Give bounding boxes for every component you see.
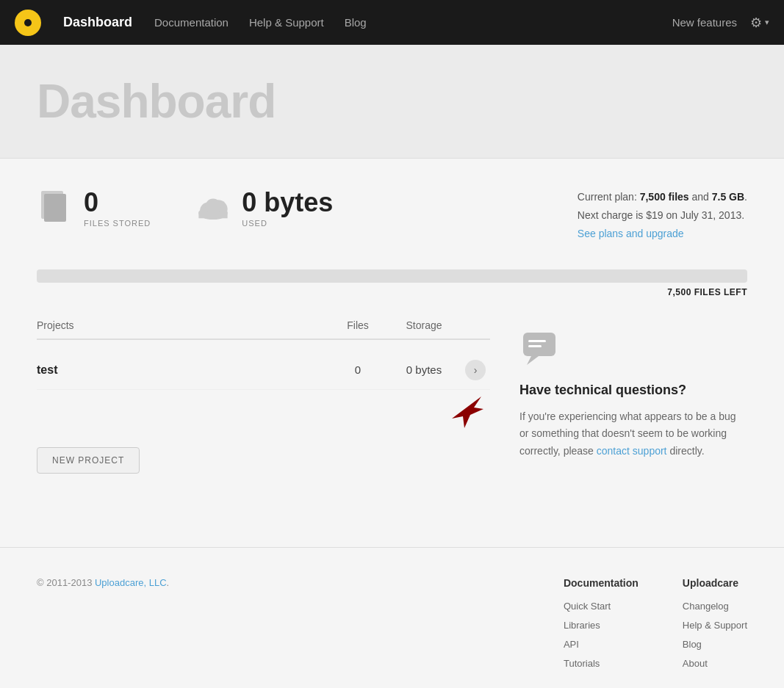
project-storage: 0 bytes (387, 363, 461, 376)
footer-uc-col: Uploadcare Changelog Help & Support Blog… (683, 577, 747, 670)
bytes-used-info: 0 bytes USED (242, 188, 333, 228)
project-arrow: › (461, 360, 490, 380)
contact-support-link[interactable]: contact support (597, 445, 667, 457)
support-text: If you're experiencing what appears to b… (519, 408, 747, 460)
bytes-used-stat: 0 bytes USED (195, 188, 333, 228)
footer-link-about[interactable]: About (683, 658, 708, 669)
footer: © 2011-2013 Uploadcare, LLC. Documentati… (0, 547, 784, 688)
plan-line1: Current plan: 7,500 files and 7.5 GB. (578, 188, 747, 206)
footer-link-blog[interactable]: Blog (683, 639, 702, 650)
support-box: Have technical questions? If you're expe… (519, 319, 747, 468)
files-left-label: FILES LEFT (694, 287, 747, 297)
svg-marker-7 (452, 396, 483, 428)
plan-info: Current plan: 7,500 files and 7.5 GB. Ne… (578, 188, 747, 244)
col-header-action (461, 319, 490, 331)
col-header-storage: Storage (387, 319, 461, 331)
svg-rect-10 (528, 340, 546, 342)
settings-menu[interactable]: ⚙ ▾ (750, 15, 769, 31)
support-chat-icon (519, 327, 564, 371)
files-label: FILES STORED (84, 219, 151, 228)
footer-uc-links: Changelog Help & Support Blog About (683, 599, 747, 670)
gear-caret: ▾ (765, 18, 769, 27)
page-title: Dashboard (37, 74, 755, 128)
navbar: Dashboard Documentation Help & Support B… (0, 0, 784, 45)
footer-doc-links: Quick Start Libraries API Tutorials (564, 599, 639, 670)
new-project-button[interactable]: NEW PROJECT (37, 447, 140, 474)
two-col-layout: Projects Files Storage test 0 0 bytes › … (37, 319, 747, 474)
files-icon (37, 189, 73, 226)
plan-line2: Next charge is $19 on July 31, 2013. (578, 206, 747, 225)
project-go-button[interactable]: › (465, 360, 486, 380)
stats-row: 0 FILES STORED 0 bytes USED (37, 188, 747, 244)
copyright-suffix: . (167, 577, 170, 588)
footer-inner: © 2011-2013 Uploadcare, LLC. Documentati… (37, 577, 747, 670)
project-name: test (37, 363, 328, 377)
table-row: test 0 0 bytes › (37, 351, 490, 390)
cursor-annotation (448, 393, 490, 432)
plan-and: and (689, 191, 712, 203)
progress-label: 7,500 FILES LEFT (37, 287, 747, 297)
logo-icon[interactable] (15, 10, 41, 36)
footer-link-api[interactable]: API (564, 639, 579, 650)
footer-doc-title: Documentation (564, 577, 639, 589)
col-header-projects: Projects (37, 319, 328, 331)
main-content: 0 FILES STORED 0 bytes USED (0, 159, 784, 503)
navbar-right: New features ⚙ ▾ (672, 15, 769, 31)
svg-rect-8 (523, 333, 555, 356)
footer-doc-col: Documentation Quick Start Libraries API … (564, 577, 639, 670)
navbar-links: Documentation Help & Support Blog (154, 16, 650, 29)
nav-blog[interactable]: Blog (345, 16, 367, 29)
footer-link-tutorials[interactable]: Tutorials (564, 658, 600, 669)
bytes-label: USED (242, 219, 333, 228)
gear-icon: ⚙ (750, 15, 762, 31)
svg-rect-6 (199, 211, 228, 218)
footer-copyright: © 2011-2013 Uploadcare, LLC. (37, 577, 564, 588)
hero-section: Dashboard (0, 45, 784, 159)
logo-dot (24, 19, 32, 26)
plan-files: 7,500 files (640, 191, 689, 203)
files-stored-stat: 0 FILES STORED (37, 188, 151, 228)
copyright-text: © 2011-2013 (37, 577, 95, 588)
plan-storage: 7.5 GB (712, 191, 744, 203)
arrow-annotation-icon (448, 393, 485, 430)
files-left-count: 7,500 (667, 287, 691, 297)
support-text-after: directly. (667, 445, 705, 457)
footer-columns: Documentation Quick Start Libraries API … (564, 577, 747, 670)
projects-table-header: Projects Files Storage (37, 319, 490, 340)
svg-marker-9 (527, 356, 539, 365)
footer-link-help-support[interactable]: Help & Support (683, 620, 747, 631)
plan-suffix: . (744, 191, 747, 203)
nav-help-support[interactable]: Help & Support (249, 16, 324, 29)
files-count: 0 (84, 188, 151, 217)
support-section: Have technical questions? If you're expe… (519, 319, 747, 474)
cloud-icon (195, 189, 231, 226)
nav-documentation[interactable]: Documentation (154, 16, 229, 29)
svg-rect-1 (44, 194, 66, 222)
footer-link-changelog[interactable]: Changelog (683, 601, 729, 612)
company-link[interactable]: Uploadcare, LLC (95, 577, 167, 588)
footer-link-libraries[interactable]: Libraries (564, 620, 600, 631)
new-features-link[interactable]: New features (672, 16, 737, 29)
plan-prefix: Current plan: (578, 191, 640, 203)
progress-bar-container (37, 269, 747, 283)
bytes-value: 0 bytes (242, 188, 333, 217)
upgrade-link[interactable]: See plans and upgrade (578, 228, 684, 239)
col-header-files: Files (328, 319, 387, 331)
footer-link-quickstart[interactable]: Quick Start (564, 601, 611, 612)
projects-section: Projects Files Storage test 0 0 bytes › … (37, 319, 490, 474)
footer-uc-title: Uploadcare (683, 577, 747, 589)
files-stored-info: 0 FILES STORED (84, 188, 151, 228)
svg-rect-11 (528, 345, 542, 347)
project-files: 0 (328, 363, 387, 376)
support-heading: Have technical questions? (519, 383, 747, 398)
navbar-brand[interactable]: Dashboard (63, 15, 132, 30)
